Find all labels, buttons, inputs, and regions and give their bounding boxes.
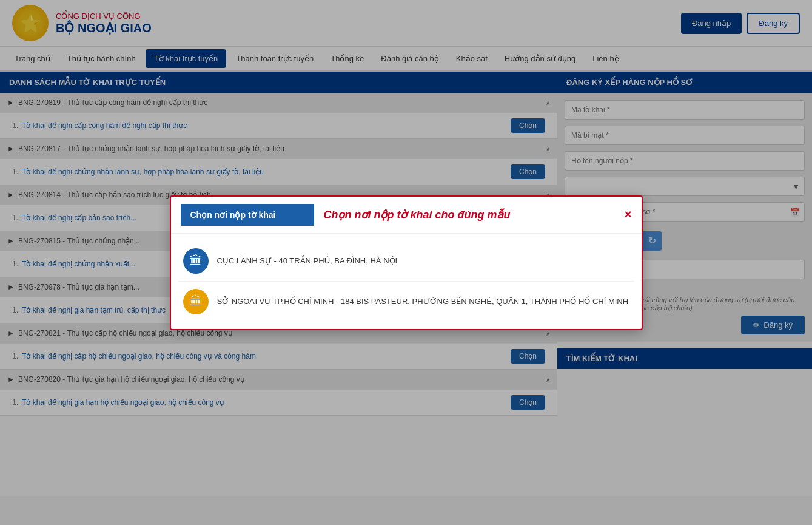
location-icon-2: 🏛 (183, 289, 209, 314)
location-text-2: SỞ NGOẠI VỤ TP.HỒ CHÍ MINH - 184 BIS PAS… (217, 297, 629, 306)
location-item-1[interactable]: 🏛 CỤC LÃNH SỰ - 40 TRẦN PHÚ, BA ĐÌNH, HÀ… (178, 241, 634, 282)
modal: Chọn nơi nộp tờ khai Chọn nơi nộp tờ kha… (170, 195, 643, 330)
modal-close-button[interactable]: × (625, 208, 632, 222)
modal-body: 🏛 CỤC LÃNH SỰ - 40 TRẦN PHÚ, BA ĐÌNH, HÀ… (171, 234, 642, 329)
location-icon-1: 🏛 (183, 248, 209, 274)
modal-header-right-label: Chọn nơi nộp tờ khai cho đúng mẫu (314, 208, 625, 222)
modal-header-left-label: Chọn nơi nộp tờ khai (181, 204, 314, 226)
location-text-1: CỤC LÃNH SỰ - 40 TRẦN PHÚ, BA ĐÌNH, HÀ N… (217, 256, 398, 265)
modal-header: Chọn nơi nộp tờ khai Chọn nơi nộp tờ kha… (171, 197, 642, 234)
location-item-2[interactable]: 🏛 SỞ NGOẠI VỤ TP.HỒ CHÍ MINH - 184 BIS P… (178, 282, 634, 322)
modal-overlay: Chọn nơi nộp tờ khai Chọn nơi nộp tờ kha… (0, 0, 812, 496)
